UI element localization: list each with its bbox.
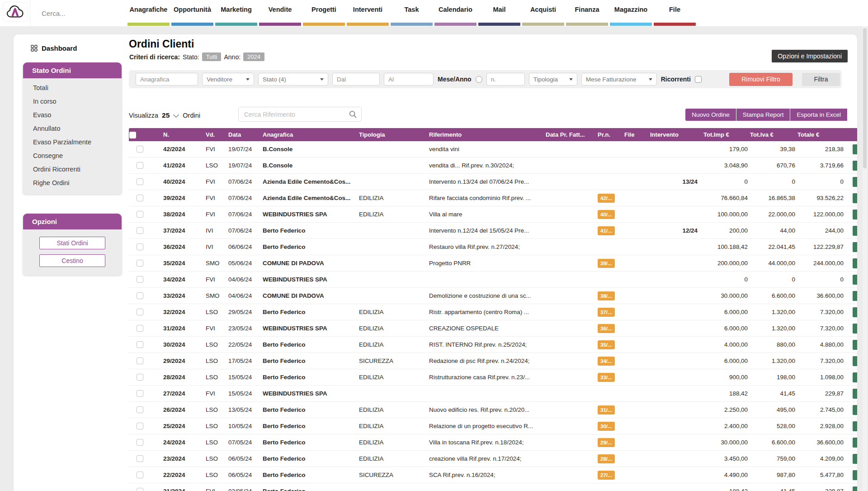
prn-badge[interactable]: 27/... — [598, 471, 615, 480]
nav-item[interactable]: Mail — [477, 0, 521, 26]
prn-badge[interactable]: 30/... — [598, 422, 615, 431]
global-search[interactable] — [41, 6, 123, 20]
nav-item[interactable]: Calendario — [434, 0, 477, 26]
dal-input[interactable] — [332, 73, 380, 86]
nav-item[interactable]: Opportunità — [170, 0, 214, 26]
prn-badge[interactable]: 37/... — [598, 308, 615, 317]
n-input[interactable] — [486, 73, 525, 86]
remove-filter-button[interactable]: Rimuovi Filtro — [729, 73, 793, 86]
sidebar-item[interactable]: Consegne — [23, 149, 122, 162]
table-row[interactable]: 22/2024 LSO 06/05/24 Berto Federico SICU… — [129, 467, 857, 483]
row-checkbox[interactable] — [137, 488, 143, 491]
col-header-data-pr-fatt[interactable]: Data Pr. Fatt... — [542, 128, 594, 141]
vertical-scrollbar[interactable] — [863, 26, 867, 491]
col-header-stato[interactable]: Stato — [845, 128, 857, 141]
col-header-totale[interactable]: Totale € — [797, 128, 845, 141]
col-header-tot-iva[interactable]: Tot.Iva € — [750, 128, 797, 141]
reference-search-input[interactable] — [243, 110, 349, 119]
prn-badge[interactable]: 39/... — [598, 259, 615, 268]
row-checkbox[interactable] — [137, 243, 143, 250]
nav-item[interactable]: File — [653, 0, 697, 26]
select-all-checkbox[interactable] — [129, 132, 136, 138]
chevron-down-icon[interactable] — [173, 112, 179, 118]
mese-anno-radio[interactable] — [476, 76, 482, 83]
table-action-button[interactable]: Esporta in Excel — [790, 109, 848, 121]
mese-fatturazione-select[interactable]: Mese Fatturazione — [581, 73, 657, 86]
col-header-anagrafica[interactable]: Anagrafica — [259, 128, 356, 141]
row-checkbox[interactable] — [137, 162, 143, 169]
prn-badge[interactable]: 42/... — [598, 194, 615, 203]
table-row[interactable]: 39/2024 FVI 07/06/24 Azienda Edile Cemen… — [129, 190, 857, 206]
table-row[interactable]: 34/2024 FVI 04/06/24 WEBINDUSTRIES SPA 0… — [129, 272, 857, 288]
row-checkbox[interactable] — [137, 439, 143, 446]
reference-search[interactable] — [238, 107, 362, 122]
table-row[interactable]: 42/2024 FVI 19/07/24 B.Console vendita v… — [129, 141, 857, 157]
sidebar-item[interactable]: Annullato — [23, 122, 122, 135]
prn-badge[interactable]: 38/... — [598, 291, 615, 300]
nav-item[interactable]: Progetti — [302, 0, 346, 26]
sidebar-item[interactable]: Evaso — [23, 108, 122, 122]
row-checkbox[interactable] — [137, 341, 143, 348]
table-row[interactable]: 41/2024 LSO 19/07/24 B.Console vendita d… — [129, 157, 857, 174]
col-header-intervento[interactable]: Intervento — [650, 128, 703, 141]
table-row[interactable]: 37/2024 IVI 07/06/24 Berto Federico Inte… — [129, 223, 857, 239]
row-checkbox[interactable] — [137, 211, 143, 218]
col-header-data[interactable]: Data — [228, 128, 259, 141]
row-checkbox[interactable] — [137, 472, 143, 478]
row-checkbox[interactable] — [137, 374, 143, 381]
prn-badge[interactable]: 28/... — [598, 454, 615, 463]
al-input[interactable] — [384, 73, 434, 86]
row-checkbox[interactable] — [137, 309, 143, 315]
scrollbar-thumb[interactable] — [863, 28, 867, 168]
prn-badge[interactable]: 29/... — [598, 438, 615, 447]
sidebar-item-dashboard[interactable]: Dashboard — [31, 44, 77, 52]
options-settings-button[interactable]: Opzioni e Impostazioni — [772, 50, 848, 62]
col-header-tipologia[interactable]: Tipologia — [356, 128, 425, 141]
nav-item[interactable]: Anagrafiche — [127, 0, 170, 26]
sidebar-option-button[interactable]: Cestino — [39, 254, 105, 267]
row-checkbox[interactable] — [137, 325, 143, 332]
venditore-select[interactable]: Venditore — [202, 73, 254, 86]
col-header-tot-imp[interactable]: Tot.Imp € — [703, 128, 750, 141]
nav-item[interactable]: Interventi — [346, 0, 390, 26]
col-header-n[interactable]: N. — [151, 128, 203, 141]
nav-item[interactable]: Acquisti — [521, 0, 565, 26]
sidebar-item[interactable]: Ordini Ricorrenti — [23, 162, 122, 176]
anagrafica-input[interactable] — [136, 73, 198, 86]
table-row[interactable]: 30/2024 LSO 22/05/24 Berto Federico EDIL… — [129, 337, 857, 353]
row-checkbox[interactable] — [137, 292, 143, 299]
prn-badge[interactable]: 35/... — [598, 340, 615, 349]
row-checkbox[interactable] — [137, 195, 143, 201]
prn-badge[interactable]: 36/... — [598, 324, 615, 333]
filter-button[interactable]: Filtra — [802, 73, 840, 86]
nav-item[interactable]: Task — [390, 0, 434, 26]
prn-badge[interactable]: 33/... — [598, 373, 615, 382]
page-size-value[interactable]: 25 — [162, 111, 170, 119]
prn-badge[interactable]: 41/... — [598, 226, 615, 235]
col-header-vd[interactable]: Vd. — [203, 128, 228, 141]
global-search-input[interactable] — [41, 9, 132, 18]
col-header-file[interactable]: File — [623, 128, 650, 141]
table-row[interactable]: 31/2024 FVI 23/05/24 WEBINDUSTRIES SPA E… — [129, 320, 857, 337]
prn-badge[interactable]: 34/... — [598, 357, 615, 366]
table-row[interactable]: 38/2024 FVI 07/06/24 WEBINDUSTRIES SPA E… — [129, 206, 857, 223]
table-row[interactable]: 32/2024 LSO 29/05/24 Berto Federico EDIL… — [129, 304, 857, 320]
row-checkbox[interactable] — [137, 455, 143, 462]
sidebar-item[interactable]: In corso — [23, 95, 122, 108]
row-checkbox[interactable] — [137, 358, 143, 364]
table-row[interactable]: 36/2024 IVI 06/06/24 Berto Federico Rest… — [129, 239, 857, 255]
row-checkbox[interactable] — [137, 423, 143, 429]
table-row[interactable]: 26/2024 LSO 13/05/24 Berto Federico EDIL… — [129, 402, 857, 418]
nav-item[interactable]: Finanza — [565, 0, 609, 26]
app-logo[interactable] — [3, 2, 28, 22]
table-row[interactable]: 40/2024 FVI 07/06/24 Azienda Edile Cemen… — [129, 174, 857, 190]
table-row[interactable]: 33/2024 SMO 04/06/24 COMUNE DI PADOVA De… — [129, 288, 857, 304]
table-row[interactable]: 35/2024 SMO 05/06/24 COMUNE DI PADOVA Pr… — [129, 255, 857, 272]
table-action-button[interactable]: Nuovo Ordine — [685, 109, 736, 121]
row-checkbox[interactable] — [137, 146, 143, 153]
nav-item[interactable]: Magazzino — [609, 0, 653, 26]
table-action-button[interactable]: Stampa Report — [736, 109, 791, 121]
row-checkbox[interactable] — [137, 276, 143, 283]
table-row[interactable]: 28/2024 LSO 15/05/24 Berto Federico EDIL… — [129, 369, 857, 386]
table-row[interactable]: 29/2024 LSO 17/05/24 Berto Federico SICU… — [129, 353, 857, 369]
